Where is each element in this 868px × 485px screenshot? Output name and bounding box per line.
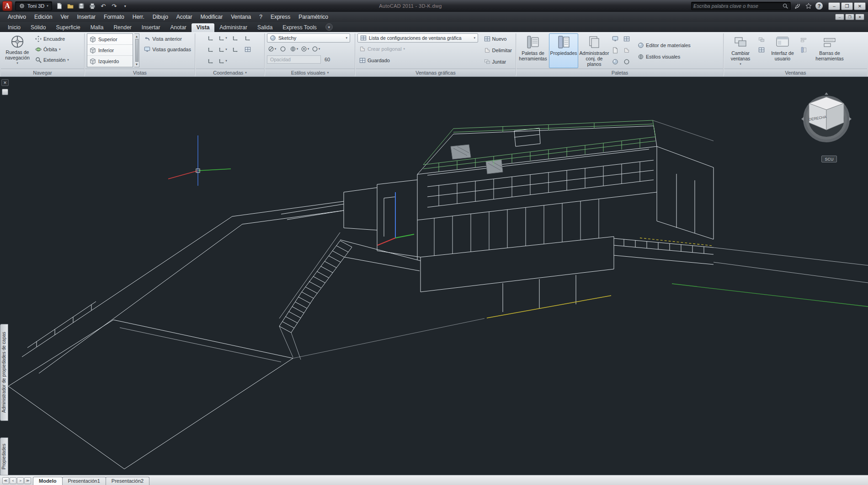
menu-modificar[interactable]: Modificar: [197, 12, 227, 22]
previous-view-button[interactable]: Vista anterior: [142, 33, 193, 44]
open-button[interactable]: [66, 1, 75, 11]
ribbon-minimize-button[interactable]: ▾: [325, 23, 333, 31]
menu-insertar[interactable]: Insertar: [73, 12, 100, 22]
panel-label-vistas[interactable]: Vistas: [85, 69, 195, 76]
ucs-world-button[interactable]: ▾: [218, 33, 228, 43]
palette-tool-button[interactable]: [622, 46, 632, 55]
menu-ver[interactable]: Ver: [56, 12, 73, 22]
menu-express[interactable]: Express: [266, 12, 294, 22]
close-button[interactable]: ✕: [854, 2, 866, 10]
plot-button[interactable]: [88, 1, 97, 11]
tab-malla[interactable]: Malla: [85, 23, 109, 32]
navigation-wheel-button[interactable]: Ruedas de navegación ▾: [3, 33, 32, 68]
menu-ventana[interactable]: Ventana: [227, 12, 255, 22]
ucs-origin-button[interactable]: [206, 45, 216, 54]
tab-administrar[interactable]: Administrar: [214, 23, 252, 32]
menu-archivo[interactable]: Archivo: [4, 12, 30, 22]
palette-tool-button[interactable]: [610, 46, 620, 55]
panel-label-coordenadas[interactable]: Coordenadas▾: [196, 69, 264, 76]
tab-solido[interactable]: Sólido: [26, 23, 51, 32]
next-layout-button[interactable]: >: [17, 477, 24, 484]
panel-label-navegar[interactable]: Navegar: [1, 69, 84, 76]
viewcube-arrow-right[interactable]: [849, 117, 852, 121]
palette-launcher-icon[interactable]: [2, 89, 8, 95]
visual-style-dropdown[interactable]: Sketchy ▾: [267, 33, 350, 43]
status-bar-button[interactable]: [799, 45, 809, 54]
undo-button[interactable]: ↶: [99, 1, 108, 11]
viewcube-arrow-left[interactable]: [801, 117, 804, 121]
properties-palette-button[interactable]: Propiedades: [549, 33, 578, 68]
zoom-extents-button[interactable]: Extensión ▾: [33, 54, 71, 65]
menu-dibujo[interactable]: Dibujo: [149, 12, 172, 22]
tool-palettes-button[interactable]: Paletas de herramientas: [518, 33, 548, 68]
shading-button[interactable]: ▾: [289, 44, 299, 54]
join-viewport-button[interactable]: Juntar: [482, 56, 514, 67]
saved-views-button[interactable]: Vistas guardadas: [142, 44, 193, 54]
close-icon[interactable]: ✕: [1, 79, 9, 86]
culling-toggle-button[interactable]: ▾: [267, 44, 277, 54]
model-viewport[interactable]: ✕ Administrador de propiedades de capas …: [0, 77, 868, 475]
tab-insertar[interactable]: Insertar: [137, 23, 165, 32]
restore-button[interactable]: ❐: [841, 2, 853, 10]
menu-herr[interactable]: Herr.: [128, 12, 149, 22]
doc-close-button[interactable]: ✕: [855, 14, 864, 20]
sheet-set-manager-button[interactable]: Administrador conj. de planos: [580, 33, 609, 68]
prev-layout-button[interactable]: <: [10, 477, 16, 484]
ucs-z-axis-button[interactable]: ▾: [218, 45, 228, 54]
doc-minimize-button[interactable]: –: [835, 14, 844, 20]
lock-ui-button[interactable]: [799, 35, 809, 44]
last-layout-button[interactable]: ≫: [24, 477, 31, 484]
create-polygonal-button[interactable]: Crear poligonal ▾: [357, 43, 481, 54]
scroll-down-icon[interactable]: ▼: [135, 63, 138, 66]
doc-restore-button[interactable]: ❐: [845, 14, 854, 20]
view-izquierdo[interactable]: Izquierdo: [87, 56, 133, 67]
pan-button[interactable]: Encuadre: [33, 33, 71, 44]
tab-vista[interactable]: Vista: [192, 23, 214, 32]
tab-inicio[interactable]: Inicio: [3, 23, 26, 32]
xray-button[interactable]: ▾: [311, 44, 321, 54]
communication-center-icon[interactable]: [793, 2, 802, 10]
tab-presentacion2[interactable]: Presentación2: [106, 477, 149, 485]
scu-menu-badge[interactable]: SCU: [821, 156, 837, 162]
minimize-button[interactable]: –: [828, 2, 840, 10]
visual-styles-palette-button[interactable]: Estilos visuales: [636, 51, 692, 62]
orbit-button[interactable]: Órbita ▾: [33, 44, 71, 54]
viewcube-arrow-up[interactable]: [825, 92, 828, 95]
panel-label-ventanas[interactable]: Ventanas: [724, 69, 867, 76]
tab-presentacion1[interactable]: Presentación1: [62, 477, 106, 485]
scroll-up-icon[interactable]: ▲: [135, 35, 138, 38]
menu-formato[interactable]: Formato: [100, 12, 128, 22]
ucs-named-button[interactable]: [243, 45, 253, 54]
sidebar-tab-properties[interactable]: Propiedades: [0, 437, 8, 475]
viewport-config-dropdown[interactable]: Lista de configuraciones de ventana gráf…: [357, 33, 478, 43]
panel-label-paletas[interactable]: Paletas: [517, 69, 723, 76]
clip-viewport-button[interactable]: Delimitar: [482, 45, 514, 55]
qat-overflow-button[interactable]: ▾: [121, 1, 130, 11]
ucs-button[interactable]: [206, 33, 216, 43]
view-superior[interactable]: Superior: [87, 34, 133, 45]
menu-edicion[interactable]: Edición: [30, 12, 56, 22]
view-inferior[interactable]: Inferior: [87, 45, 133, 56]
save-button[interactable]: [77, 1, 86, 11]
saved-viewport-button[interactable]: Guardado: [357, 55, 481, 65]
scroll-thumb[interactable]: [135, 39, 138, 62]
tab-superficie[interactable]: Superficie: [51, 23, 85, 32]
help-button[interactable]: ?: [815, 2, 823, 10]
menu-acotar[interactable]: Acotar: [172, 12, 197, 22]
wireframe-style-button[interactable]: [278, 44, 288, 54]
new-button[interactable]: [55, 1, 64, 11]
ucs-x-button[interactable]: [206, 56, 216, 65]
tab-express-tools[interactable]: Express Tools: [277, 23, 321, 32]
materials-editor-button[interactable]: Editor de materiales: [636, 40, 692, 50]
new-viewport-button[interactable]: Nuevo: [482, 33, 514, 44]
redo-button[interactable]: ↷: [110, 1, 119, 11]
menu-parametrico[interactable]: Paramétrico: [294, 12, 332, 22]
search-icon[interactable]: [782, 3, 788, 9]
viewcube[interactable]: DERECHA: [797, 91, 856, 152]
tab-modelo[interactable]: Modelo: [33, 477, 63, 485]
ucs-3point-button[interactable]: [230, 45, 240, 54]
palette-tool-button[interactable]: [622, 34, 632, 43]
workspace-switcher[interactable]: Toni 3D ▾: [15, 1, 52, 11]
search-input[interactable]: [693, 3, 780, 9]
tab-anotar[interactable]: Anotar: [165, 23, 191, 32]
